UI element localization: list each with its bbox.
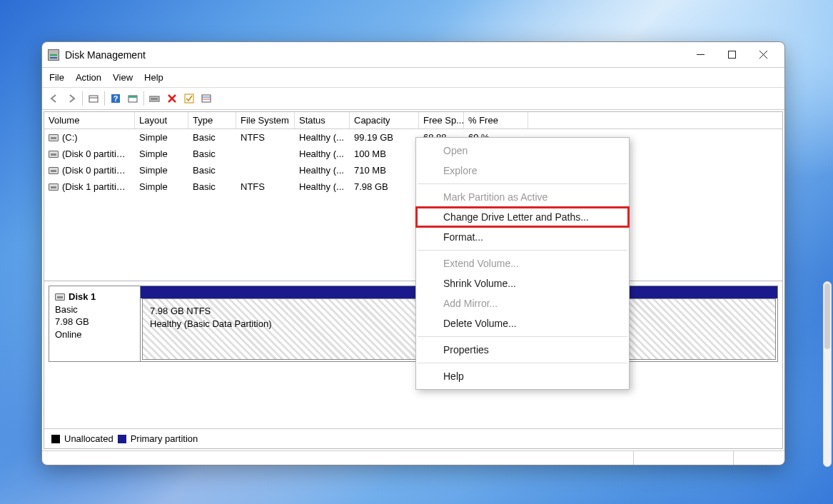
legend-unallocated: Unallocated	[64, 433, 113, 444]
maximize-button[interactable]	[716, 44, 747, 66]
menu-file[interactable]: File	[49, 72, 64, 83]
toolbar-separator	[82, 91, 83, 106]
ctx-format[interactable]: Format...	[416, 227, 629, 247]
svg-rect-11	[151, 98, 158, 100]
ctx-separator	[418, 250, 627, 251]
manage-icon[interactable]	[147, 91, 163, 106]
volume-list: Volume Layout Type File System Status Ca…	[44, 112, 782, 281]
volume-row[interactable]: (Disk 1 partition...SimpleBasicNTFSHealt…	[44, 178, 782, 195]
volume-icon	[49, 151, 59, 158]
ctx-extend-volume[interactable]: Extend Volume...	[416, 253, 629, 273]
properties-icon[interactable]	[86, 91, 101, 106]
ctx-separator	[418, 183, 627, 184]
ctx-change-drive-letter[interactable]: Change Drive Letter and Paths...	[416, 207, 629, 227]
ctx-open[interactable]: Open	[416, 141, 629, 161]
volume-icon	[49, 183, 59, 191]
ctx-delete-volume[interactable]: Delete Volume...	[416, 313, 629, 333]
volume-row[interactable]: (Disk 0 partition...SimpleBasicHealthy (…	[44, 162, 782, 178]
svg-rect-14	[185, 94, 193, 103]
svg-text:?: ?	[113, 94, 118, 103]
svg-rect-15	[202, 95, 211, 102]
help-icon[interactable]: ?	[108, 91, 123, 106]
column-layout[interactable]: Layout	[135, 112, 188, 128]
titlebar[interactable]: Disk Management	[42, 42, 784, 68]
disk-size: 7.98 GB	[55, 316, 89, 327]
volume-icon	[49, 167, 59, 174]
column-free-space[interactable]: Free Sp...	[419, 112, 464, 128]
back-button[interactable]	[46, 91, 62, 106]
delete-icon[interactable]	[164, 91, 180, 106]
graphical-view: Disk 1 Basic 7.98 GB Online 7.98 GB NTFS…	[44, 281, 782, 428]
content-area: Volume Layout Type File System Status Ca…	[44, 111, 783, 449]
ctx-separator	[418, 336, 627, 337]
window-title: Disk Management	[65, 49, 685, 61]
volume-row[interactable]: (C:)SimpleBasicNTFSHealthy (...99.19 GB6…	[44, 129, 782, 146]
disk-name: Disk 1	[69, 291, 96, 302]
toolbar-separator	[143, 91, 144, 106]
ctx-shrink-volume[interactable]: Shrink Volume...	[416, 273, 629, 293]
column-status[interactable]: Status	[295, 112, 350, 128]
forward-button[interactable]	[64, 91, 79, 106]
toolbar: ?	[42, 88, 784, 110]
scrollbar-thumb[interactable]	[824, 283, 830, 349]
window-scrollbar[interactable]	[823, 281, 832, 467]
ctx-add-mirror[interactable]: Add Mirror...	[416, 293, 629, 313]
disk-type: Basic	[55, 304, 78, 315]
disk-icon	[55, 293, 65, 301]
refresh-icon[interactable]	[125, 91, 141, 106]
list-icon[interactable]	[198, 91, 214, 106]
menu-help[interactable]: Help	[144, 72, 163, 83]
legend-swatch-unallocated	[51, 435, 60, 443]
ctx-properties[interactable]: Properties	[416, 340, 629, 360]
status-bar	[42, 450, 784, 465]
column-type[interactable]: Type	[188, 112, 236, 128]
disk-management-window: Disk Management File Action View Help ? …	[41, 41, 785, 465]
legend-primary: Primary partition	[131, 433, 198, 444]
ctx-explore[interactable]: Explore	[416, 161, 629, 181]
legend-swatch-primary	[118, 435, 126, 443]
disk-block: Disk 1 Basic 7.98 GB Online 7.98 GB NTFS…	[49, 286, 778, 362]
ctx-mark-active[interactable]: Mark Partition as Active	[416, 187, 629, 207]
column-volume[interactable]: Volume	[44, 112, 135, 128]
toolbar-separator	[104, 91, 105, 106]
disk-info[interactable]: Disk 1 Basic 7.98 GB Online	[49, 286, 141, 361]
close-button[interactable]	[747, 44, 779, 66]
column-filesystem[interactable]: File System	[236, 112, 295, 128]
ctx-separator	[418, 363, 627, 363]
svg-rect-4	[89, 96, 98, 102]
check-icon[interactable]	[181, 91, 197, 106]
svg-rect-9	[128, 96, 137, 98]
app-icon	[48, 49, 59, 61]
menu-view[interactable]: View	[113, 72, 133, 83]
ctx-help[interactable]: Help	[416, 366, 629, 386]
disk-state: Online	[55, 329, 82, 340]
svg-rect-1	[728, 51, 735, 59]
volume-icon	[49, 134, 59, 141]
context-menu: Open Explore Mark Partition as Active Ch…	[415, 137, 630, 390]
column-percent-free[interactable]: % Free	[464, 112, 528, 128]
menu-action[interactable]: Action	[76, 72, 101, 83]
column-headers: Volume Layout Type File System Status Ca…	[44, 112, 782, 129]
minimize-button[interactable]	[685, 44, 716, 66]
legend: Unallocated Primary partition	[44, 428, 782, 448]
menu-bar: File Action View Help	[42, 68, 784, 88]
volume-row[interactable]: (Disk 0 partition...SimpleBasicHealthy (…	[44, 146, 782, 162]
column-capacity[interactable]: Capacity	[350, 112, 419, 128]
